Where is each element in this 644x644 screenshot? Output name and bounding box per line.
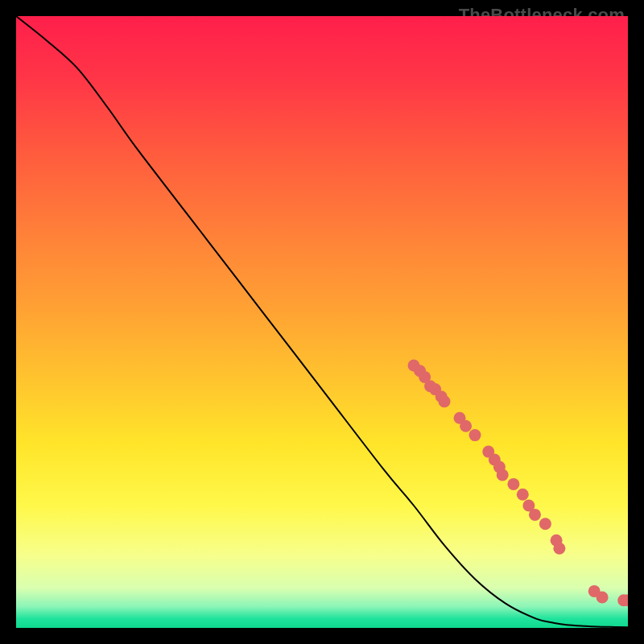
data-point [460, 420, 472, 432]
data-point [439, 395, 451, 407]
data-point [497, 469, 509, 481]
data-point [507, 478, 519, 490]
data-point [469, 429, 481, 441]
data-point [517, 489, 529, 501]
data-point [539, 518, 551, 530]
data-point [529, 509, 541, 521]
chart-frame: TheBottleneck.com [0, 0, 644, 644]
chart-plot [16, 16, 628, 628]
data-point [597, 592, 609, 604]
data-point [553, 543, 565, 555]
